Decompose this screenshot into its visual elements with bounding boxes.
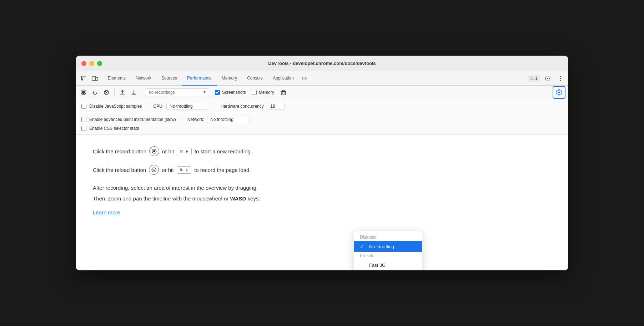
disable-js-samples-checkbox[interactable]: [81, 104, 86, 109]
clear-icon: [104, 90, 109, 95]
tab-sources[interactable]: Sources: [156, 71, 182, 86]
memory-checkbox-label[interactable]: Memory: [252, 90, 274, 95]
garbage-icon: [280, 89, 287, 96]
settings-row-2: Enable advanced paint instrumentation (s…: [81, 116, 563, 123]
network-select[interactable]: No throttling: [207, 116, 250, 123]
record-instruction-or: or hit: [162, 148, 174, 154]
after-recording-text-2-start: Then, zoom and pan the timeline with the…: [93, 195, 230, 202]
tab-elements[interactable]: Elements: [103, 71, 131, 86]
advanced-paint-text: Enable advanced paint instrumentation (s…: [89, 117, 176, 122]
tab-console[interactable]: Console: [242, 71, 268, 86]
cpu-select[interactable]: No throttling: [166, 103, 209, 110]
device-icon-btn[interactable]: [90, 73, 100, 83]
download-btn[interactable]: [129, 87, 139, 97]
close-button[interactable]: [81, 61, 86, 66]
reload-icon-badge: [149, 165, 159, 175]
dropdown-presets-label: Presets: [354, 252, 422, 260]
after-recording-text-2-end: keys.: [246, 195, 260, 202]
tab-memory[interactable]: Memory: [217, 71, 242, 86]
garbage-collect-btn[interactable]: [278, 87, 288, 97]
download-icon: [131, 90, 137, 95]
cursor-icon: [80, 75, 87, 82]
reload-key-badge: ⌘ ⇧: [177, 166, 191, 174]
hardware-concurrency-input[interactable]: 10: [267, 103, 285, 110]
record-icon-badge: [149, 146, 159, 156]
dropdown-fast-3g[interactable]: ✓ Fast 3G: [354, 260, 422, 270]
upload-btn[interactable]: [117, 87, 127, 97]
reload-instruction: Click the reload button or hit ⌘ ⇧ to re…: [93, 165, 551, 175]
after-recording-text-1: After recording, select an area of inter…: [93, 183, 551, 193]
reload-circle-icon: [151, 167, 156, 172]
screenshots-checkbox[interactable]: [215, 90, 220, 95]
performance-settings-btn[interactable]: [553, 86, 565, 99]
svg-rect-6: [96, 77, 98, 81]
learn-more-link[interactable]: Learn more: [93, 209, 120, 215]
notification-count: 1: [535, 76, 538, 81]
advanced-paint-checkbox[interactable]: [81, 117, 86, 122]
settings-icon: [556, 89, 562, 96]
screenshots-checkbox-label[interactable]: Screenshots: [215, 90, 246, 95]
record-instruction: Click the record button or hit ⌘ E to st…: [93, 146, 551, 156]
css-selector-checkbox[interactable]: [81, 126, 86, 131]
clear-btn[interactable]: [101, 87, 111, 97]
minimize-button[interactable]: [89, 61, 94, 66]
svg-rect-4: [82, 77, 85, 78]
svg-rect-3: [82, 76, 86, 77]
dropdown-no-throttling[interactable]: ✓ No throttling: [354, 241, 422, 252]
reload-btn[interactable]: [90, 87, 100, 97]
after-recording-text-2: Then, zoom and pan the timeline with the…: [93, 194, 551, 203]
network-label: Network:: [187, 117, 204, 122]
svg-rect-15: [281, 91, 286, 95]
disable-js-samples-label[interactable]: Disable JavaScript samples: [81, 104, 142, 109]
settings-panel: Disable JavaScript samples CPU: No throt…: [76, 99, 568, 135]
record-circle-icon: [152, 149, 157, 154]
svg-rect-1: [81, 76, 82, 80]
cpu-label: CPU:: [153, 104, 163, 109]
window-controls: [81, 61, 102, 66]
svg-point-8: [560, 78, 561, 79]
css-selector-text: Enable CSS selector stats: [89, 126, 139, 131]
reload-icon: [92, 90, 98, 95]
settings-gear-btn[interactable]: [543, 73, 553, 83]
reload-instruction-suffix: to record the page load.: [194, 167, 251, 173]
network-throttle-dropdown: Disabled ✓ No throttling Presets ✓ Fast …: [354, 231, 422, 270]
svg-rect-5: [92, 76, 96, 81]
settings-row-3: Enable CSS selector stats: [81, 126, 563, 131]
record-btn[interactable]: [79, 87, 89, 97]
wasd-text: WASD: [230, 195, 246, 202]
upload-icon: [120, 90, 125, 95]
advanced-paint-label[interactable]: Enable advanced paint instrumentation (s…: [81, 117, 176, 122]
tab-icon-group: [79, 73, 100, 83]
dropdown-no-throttling-label: No throttling: [369, 244, 394, 249]
dropdown-fast-3g-label: Fast 3G: [369, 263, 386, 268]
cursor-icon-btn[interactable]: [79, 73, 89, 83]
memory-checkbox[interactable]: [252, 90, 257, 95]
hardware-concurrency-label: Hardware concurrency: [221, 104, 264, 109]
toolbar-divider-1: [114, 89, 115, 96]
record-instruction-text-1: Click the record button: [93, 148, 146, 154]
network-setting: Network: No throttling: [187, 116, 250, 123]
record-key-badge: ⌘ E: [177, 148, 191, 155]
tab-network[interactable]: Network: [131, 71, 156, 86]
more-icon: [560, 76, 561, 81]
svg-point-18: [558, 91, 560, 93]
recording-select[interactable]: no recordings: [145, 88, 209, 96]
cpu-dropdown-wrapper: No throttling: [166, 103, 209, 110]
css-selector-label[interactable]: Enable CSS selector stats: [81, 126, 139, 131]
toolbar-right: [553, 86, 565, 99]
devtools-window: DevTools - developer.chrome.com/docs/dev…: [76, 56, 568, 270]
settings-divider: [81, 113, 563, 113]
tab-performance[interactable]: Performance: [182, 71, 217, 86]
svg-point-11: [82, 91, 85, 94]
main-content: Click the record button or hit ⌘ E to st…: [76, 135, 568, 270]
tab-right-actions: ⚠ 1: [528, 73, 565, 83]
notification-badge[interactable]: ⚠ 1: [528, 75, 540, 82]
title-bar: DevTools - developer.chrome.com/docs/dev…: [76, 56, 568, 71]
dropdown-disabled-label: Disabled: [354, 233, 422, 241]
more-tabs-button[interactable]: >>: [299, 76, 310, 81]
reload-instruction-text-1: Click the reload button: [93, 167, 146, 173]
tab-application[interactable]: Application: [268, 71, 299, 86]
recording-select-wrapper: no recordings ▼: [145, 88, 209, 96]
more-options-btn[interactable]: [555, 73, 565, 83]
maximize-button[interactable]: [97, 61, 102, 66]
